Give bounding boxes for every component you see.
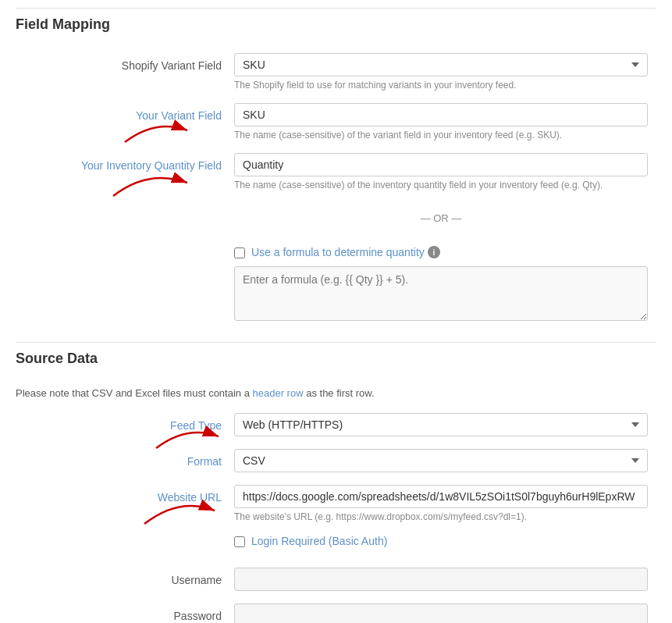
or-divider-wrap: — OR —: [234, 203, 648, 233]
use-formula-checkbox-row: Use a formula to determine quantity i: [234, 246, 648, 258]
format-wrap: CSV Excel JSON XML: [234, 449, 648, 472]
website-url-input[interactable]: https://docs.google.com/spreadsheets/d/1…: [234, 485, 648, 508]
feed-type-wrap: Web (HTTP/HTTPS) FTP SFTP Google Sheets: [234, 413, 648, 436]
password-wrap: [234, 603, 648, 623]
shopify-variant-field-wrap: SKU Barcode Title The Shopify field to u…: [234, 53, 648, 91]
password-label: Password: [16, 603, 234, 622]
website-url-label: Website URL: [16, 485, 234, 504]
use-formula-row: Use a formula to determine quantity i: [16, 246, 656, 323]
login-required-label: Login Required (Basic Auth): [251, 535, 387, 547]
inventory-quantity-field-row: Your Inventory Quantity Field Quantity T…: [16, 153, 656, 190]
username-wrap: [234, 568, 648, 591]
field-mapping-title: Field Mapping: [16, 8, 656, 41]
feed-type-label: Feed Type: [16, 413, 234, 432]
login-required-row: Login Required (Basic Auth): [16, 535, 656, 555]
password-row: Password: [16, 603, 656, 623]
website-url-row: Website URL https://docs.google.com/spre…: [16, 485, 656, 522]
password-input[interactable]: [234, 603, 648, 623]
username-row: Username: [16, 568, 656, 591]
feed-type-select[interactable]: Web (HTTP/HTTPS) FTP SFTP Google Sheets: [234, 413, 648, 436]
formula-textarea[interactable]: [234, 266, 648, 321]
notice-suffix: as the first row.: [306, 387, 374, 399]
format-select[interactable]: CSV Excel JSON XML: [234, 449, 648, 472]
username-label: Username: [16, 568, 234, 586]
your-variant-field-hint: The name (case-sensitive) of the variant…: [234, 130, 648, 141]
login-required-checkbox[interactable]: [234, 536, 245, 547]
inventory-quantity-field-hint: The name (case-sensitive) of the invento…: [234, 180, 648, 190]
use-formula-wrap: Use a formula to determine quantity i: [234, 246, 648, 323]
website-url-wrap: https://docs.google.com/spreadsheets/d/1…: [234, 485, 648, 522]
notice-link[interactable]: header row: [253, 387, 304, 399]
inventory-quantity-field-input[interactable]: Quantity: [234, 153, 648, 176]
website-url-hint: The website's URL (e.g. https://www.drop…: [234, 511, 648, 522]
inventory-quantity-field-label: Your Inventory Quantity Field: [16, 153, 234, 172]
login-required-wrap: Login Required (Basic Auth): [234, 535, 648, 555]
format-row: Format CSV Excel JSON XML: [16, 449, 656, 472]
or-divider-row: — OR —: [16, 203, 656, 233]
your-variant-field-row: Your Variant Field SKU The name (case-se…: [16, 103, 656, 141]
source-data-title: Source Data: [16, 342, 656, 375]
inventory-quantity-field-wrap: Quantity The name (case-sensitive) of th…: [234, 153, 648, 190]
shopify-variant-field-select[interactable]: SKU Barcode Title: [234, 53, 648, 77]
your-variant-field-input[interactable]: SKU: [234, 103, 648, 126]
shopify-variant-field-label: Shopify Variant Field: [16, 53, 234, 72]
login-required-checkbox-row: Login Required (Basic Auth): [234, 535, 648, 547]
source-data-section: Source Data Please note that CSV and Exc…: [16, 342, 656, 623]
username-input[interactable]: [234, 568, 648, 591]
notice-prefix: Please note that CSV and Excel files mus…: [16, 387, 250, 399]
source-data-notice: Please note that CSV and Excel files mus…: [16, 387, 656, 399]
shopify-variant-field-row: Shopify Variant Field SKU Barcode Title …: [16, 53, 656, 91]
field-mapping-section: Field Mapping Shopify Variant Field SKU …: [16, 8, 656, 323]
your-variant-field-wrap: SKU The name (case-sensitive) of the var…: [234, 103, 648, 141]
use-formula-label: Use a formula to determine quantity: [251, 246, 425, 258]
shopify-variant-field-hint: The Shopify field to use for matching va…: [234, 80, 648, 91]
use-formula-checkbox[interactable]: [234, 247, 245, 258]
or-divider: — OR —: [234, 212, 648, 224]
feed-type-row: Feed Type Web (HTTP/HTTPS) FTP SFTP Goog…: [16, 413, 656, 436]
your-variant-field-label: Your Variant Field: [16, 103, 234, 122]
use-formula-info-icon[interactable]: i: [428, 246, 440, 258]
format-label: Format: [16, 449, 234, 468]
